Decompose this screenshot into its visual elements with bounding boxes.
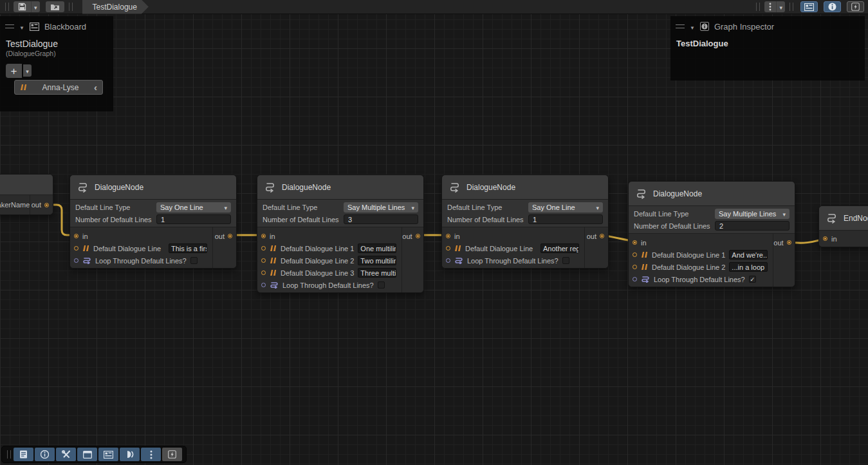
- add-property-button[interactable]: +: [6, 64, 22, 78]
- dialogue-line-port[interactable]: [261, 258, 266, 263]
- line-type-label: Default Line Type: [75, 204, 154, 211]
- property-name: Anna-Lyse: [32, 83, 89, 92]
- dialogue-line-field[interactable]: Two multiline: [358, 256, 396, 265]
- panel-drag-handle-icon[interactable]: [676, 24, 685, 28]
- blackboard-property-row[interactable]: Anna-Lyse: [14, 80, 103, 95]
- loop-checkbox[interactable]: [378, 281, 385, 289]
- loop-port[interactable]: [261, 283, 266, 287]
- dialogue-line-port[interactable]: [633, 265, 637, 269]
- loop-port[interactable]: [74, 258, 78, 263]
- add-property-dropdown-button[interactable]: [23, 64, 32, 77]
- dialogue-line-port[interactable]: [446, 246, 450, 251]
- dialogue-line-field[interactable]: One multiline: [358, 243, 396, 253]
- overflow-menu-button[interactable]: [141, 448, 161, 461]
- graph-inspector-header[interactable]: Graph Inspector: [670, 16, 865, 35]
- start-node[interactable]: StartNode SpeakerName out: [0, 174, 53, 215]
- node-header[interactable]: DialogueNode: [257, 175, 423, 200]
- toolbar-drag-handle[interactable]: [756, 3, 760, 11]
- loop-checkbox[interactable]: ✓: [749, 276, 756, 283]
- speaker-name-label: SpeakerName: [0, 201, 30, 209]
- tools-button[interactable]: [56, 448, 76, 461]
- num-lines-field[interactable]: 1: [156, 214, 231, 224]
- open-asset-button[interactable]: [46, 1, 64, 12]
- in-port[interactable]: [261, 234, 266, 238]
- line-type-label: Default Line Type: [447, 204, 526, 211]
- line-type-dropdown[interactable]: Say Multiple Lines: [715, 209, 790, 219]
- line-type-dropdown[interactable]: Say Multiple Lines: [344, 202, 418, 213]
- in-port[interactable]: [74, 234, 78, 238]
- window-button[interactable]: [77, 448, 97, 461]
- spark-button[interactable]: [162, 448, 182, 461]
- breadcrumb-tab-testdialogue[interactable]: TestDialogue: [82, 0, 149, 14]
- loop-port[interactable]: [446, 258, 450, 263]
- node-header[interactable]: EndNode: [819, 206, 868, 231]
- line-type-label: Default Line Type: [263, 204, 341, 211]
- quote-icon: [270, 258, 277, 263]
- info-icon: [700, 22, 709, 31]
- dialogue-line-label: Default Dialogue Line: [93, 245, 161, 252]
- blackboard-toggle-button[interactable]: [800, 1, 818, 12]
- foldout-arrow-icon[interactable]: [19, 21, 24, 32]
- in-port[interactable]: [633, 240, 637, 245]
- num-lines-field[interactable]: 2: [715, 221, 790, 231]
- out-port[interactable]: [600, 234, 604, 238]
- loop-checkbox[interactable]: [190, 257, 198, 264]
- preview-toggle-button[interactable]: [847, 1, 864, 12]
- blackboard-button[interactable]: [98, 448, 118, 461]
- foldout-arrow-icon[interactable]: [690, 21, 695, 32]
- node-header[interactable]: DialogueNode: [629, 182, 795, 206]
- dialogue-line-field[interactable]: Another regu: [540, 243, 579, 253]
- toolbar-drag-handle[interactable]: [69, 3, 73, 11]
- toolbar-drag-handle[interactable]: [790, 3, 793, 11]
- out-port[interactable]: [416, 234, 420, 238]
- out-port[interactable]: [44, 203, 49, 207]
- dialogue-node-4[interactable]: DialogueNode Default Line Type Say Multi…: [628, 181, 795, 287]
- dialogue-line-field[interactable]: And we're...: [729, 250, 768, 260]
- dialogue-node-2[interactable]: DialogueNode Default Line Type Say Multi…: [257, 175, 424, 293]
- dialogue-line-port[interactable]: [261, 246, 266, 251]
- inspector-button[interactable]: [35, 448, 55, 461]
- num-lines-label: Number of Default Lines: [75, 216, 154, 223]
- dialogue-line-field[interactable]: Three multilin: [358, 268, 396, 278]
- out-port[interactable]: [787, 240, 791, 245]
- dropdown-arrow-icon: [596, 204, 599, 211]
- dialogue-line-field[interactable]: This is a first: [169, 243, 207, 253]
- save-button[interactable]: [14, 1, 31, 12]
- dialogue-list-button[interactable]: [14, 448, 33, 461]
- dialogue-node-icon: [448, 182, 461, 193]
- in-port[interactable]: [823, 236, 827, 241]
- end-node[interactable]: EndNode in: [818, 205, 868, 247]
- dialogue-line-port[interactable]: [261, 270, 266, 275]
- in-port[interactable]: [446, 234, 450, 238]
- chevron-left-icon[interactable]: [94, 82, 97, 93]
- blackboard-graph-type: (DialogueGraph): [0, 49, 113, 61]
- blackboard-header[interactable]: Blackboard: [0, 16, 113, 35]
- options-button[interactable]: [764, 1, 776, 12]
- node-header[interactable]: DialogueNode: [442, 175, 608, 200]
- panel-drag-handle-icon[interactable]: [5, 24, 14, 28]
- dialogue-line-field[interactable]: ...in a loop: [729, 262, 768, 272]
- out-port[interactable]: [228, 234, 232, 238]
- num-lines-field[interactable]: 3: [344, 214, 418, 224]
- line-type-dropdown[interactable]: Say One Line: [528, 202, 603, 213]
- toolbar-drag-handle[interactable]: [7, 450, 11, 459]
- preview-button[interactable]: [120, 448, 140, 461]
- breadcrumb-label: TestDialogue: [93, 3, 137, 12]
- inspector-toggle-button[interactable]: [824, 1, 841, 12]
- loop-checkbox[interactable]: [562, 257, 569, 264]
- out-port-label: out: [773, 239, 783, 247]
- num-lines-field[interactable]: 1: [528, 214, 603, 224]
- node-header[interactable]: StartNode: [0, 175, 53, 195]
- toolbar-drag-handle[interactable]: [5, 3, 9, 11]
- node-header[interactable]: DialogueNode: [70, 175, 236, 200]
- loop-port[interactable]: [633, 277, 637, 281]
- options-dropdown-button[interactable]: [776, 1, 785, 12]
- dialogue-node-3[interactable]: DialogueNode Default Line Type Say One L…: [441, 175, 609, 269]
- blackboard-icon: [30, 23, 39, 31]
- dialogue-node-1[interactable]: DialogueNode Default Line Type Say One L…: [69, 175, 237, 269]
- dialogue-line-port[interactable]: [74, 246, 78, 251]
- loop-label: Loop Through Default Lines?: [467, 257, 559, 265]
- save-dropdown-button[interactable]: [31, 1, 40, 12]
- dialogue-line-port[interactable]: [633, 252, 637, 257]
- line-type-dropdown[interactable]: Say One Line: [156, 202, 231, 213]
